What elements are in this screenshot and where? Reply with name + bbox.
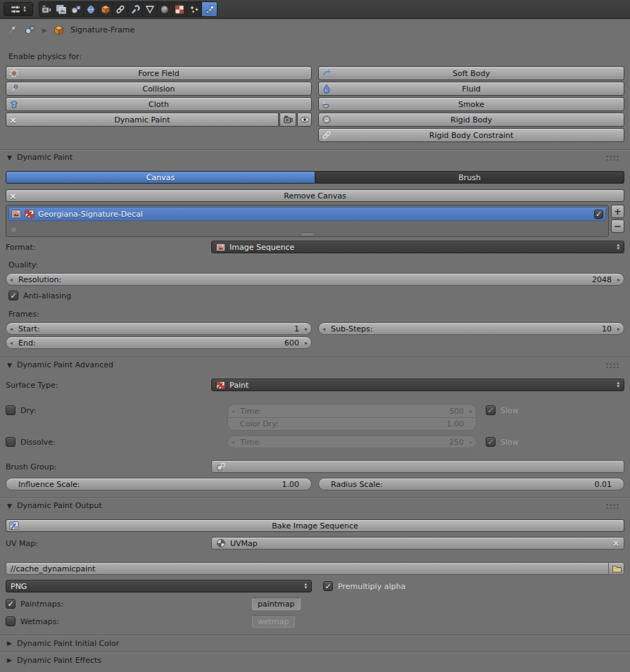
frame-start-slider[interactable]: ◂ Start: 1 ▸: [6, 322, 312, 335]
rigid-body-constraint-label: Rigid Body Constraint: [429, 131, 514, 140]
tab-render[interactable]: [39, 2, 54, 16]
decrement-arrow-icon[interactable]: ◂: [10, 340, 13, 346]
check-icon: ✓: [10, 292, 16, 300]
panel-grip-handle[interactable]: [605, 154, 619, 160]
render-camera-icon: [42, 5, 51, 14]
brush-group-label: Brush Group:: [6, 462, 211, 471]
brush-group-field[interactable]: [211, 460, 624, 473]
add-surface-button[interactable]: +: [611, 205, 624, 218]
eye-icon: [300, 115, 310, 124]
dry-checkbox[interactable]: [6, 405, 15, 415]
tab-constraints[interactable]: [113, 2, 128, 16]
anti-aliasing-checkbox[interactable]: ✓: [8, 291, 18, 300]
tab-texture[interactable]: [172, 2, 187, 16]
frames-label: Frames:: [8, 310, 39, 319]
dissolve-checkbox[interactable]: [6, 437, 15, 447]
premultiply-alpha-checkbox[interactable]: ✓: [323, 581, 333, 591]
fluid-label: Fluid: [462, 84, 480, 94]
properties-tab-strip: [39, 1, 218, 17]
increment-arrow-icon[interactable]: ▸: [305, 340, 308, 346]
tab-render-layers[interactable]: [54, 2, 69, 16]
canvas-surface-list[interactable]: Georgiana-Signature-Decal ✓ ⊕: [6, 205, 609, 237]
collision-icon: [9, 84, 19, 94]
frame-end-slider[interactable]: ◂ End: 600 ▸: [6, 336, 312, 349]
file-format-dropdown[interactable]: PNG ▴▾: [6, 580, 312, 592]
tab-material[interactable]: [158, 2, 172, 16]
collision-button[interactable]: Collision: [6, 82, 312, 96]
bake-image-sequence-button[interactable]: Bake Image Sequence: [6, 519, 624, 532]
dynamic-paint-button[interactable]: × Dynamic Paint: [6, 113, 279, 127]
cache-path-value: //cache_dynamicpaint: [11, 564, 96, 573]
editor-type-selector[interactable]: ▴▾: [4, 2, 33, 16]
dynamic-paint-viewport-toggle[interactable]: [297, 113, 312, 127]
cloth-button[interactable]: Cloth: [6, 97, 312, 111]
increment-arrow-icon[interactable]: ▸: [617, 277, 620, 283]
physics-icon: [205, 5, 215, 14]
tab-world[interactable]: [84, 2, 99, 16]
cache-path-field[interactable]: //cache_dynamicpaint: [6, 562, 624, 575]
clear-uv-map-icon[interactable]: ×: [612, 539, 619, 547]
panel-grip-handle[interactable]: [605, 502, 619, 509]
sub-steps-slider[interactable]: ◂ Sub-Steps: 10 ▸: [318, 322, 624, 335]
panel-header-dynamic-paint-advanced[interactable]: ▼ Dynamic Paint Advanced: [0, 357, 630, 372]
quality-label: Quality:: [8, 260, 38, 270]
image-icon: [11, 209, 21, 219]
panel-header-initial-color[interactable]: ▶ Dynamic Paint Initial Color: [0, 635, 630, 651]
file-browse-button[interactable]: [608, 563, 622, 574]
panel-title: Dynamic Paint Initial Color: [17, 639, 119, 648]
camera-icon: [284, 115, 293, 124]
panel-title: Dynamic Paint Advanced: [17, 360, 113, 369]
world-icon: [86, 5, 96, 14]
panel-header-dynamic-paint-output[interactable]: ▼ Dynamic Paint Output: [0, 497, 630, 513]
dynamic-paint-label: Dynamic Paint: [114, 115, 170, 125]
collision-label: Collision: [142, 84, 175, 94]
smoke-button[interactable]: Smoke: [318, 97, 624, 111]
increment-arrow-icon[interactable]: ▸: [305, 326, 308, 332]
surface-enable-checkbox[interactable]: ✓: [594, 210, 603, 219]
paintmaps-checkbox[interactable]: ✓: [6, 599, 15, 609]
panel-grip-handle[interactable]: [605, 362, 619, 368]
canvas-option[interactable]: Canvas: [6, 171, 315, 184]
rigid-body-button[interactable]: Rigid Body: [318, 113, 624, 127]
soft-body-button[interactable]: Soft Body: [318, 66, 624, 80]
remove-surface-button[interactable]: −: [611, 220, 624, 233]
format-dropdown[interactable]: Image Sequence ▴▾: [211, 241, 624, 253]
decrement-arrow-icon[interactable]: ◂: [10, 277, 13, 283]
uv-map-value: UVMap: [230, 539, 258, 548]
tab-particles[interactable]: [187, 2, 202, 16]
list-resize-grip[interactable]: [302, 232, 313, 235]
decrement-arrow-icon[interactable]: ◂: [10, 326, 13, 332]
active-object-name[interactable]: Signature-Frame: [70, 25, 134, 34]
increment-arrow-icon[interactable]: ▸: [617, 326, 620, 332]
brush-option[interactable]: Brush: [315, 171, 624, 184]
fluid-button[interactable]: Fluid: [318, 82, 624, 96]
tab-scene[interactable]: [69, 2, 84, 16]
uv-map-field[interactable]: UVMap ×: [211, 537, 624, 550]
panel-expand-icon: ▼: [7, 362, 12, 369]
resolution-slider[interactable]: ◂ Resolution: 2048 ▸: [6, 273, 624, 286]
check-icon: ✓: [487, 407, 493, 414]
format-label: Format:: [6, 243, 211, 252]
panel-header-dynamic-paint[interactable]: ▼ Dynamic Paint: [0, 149, 630, 165]
decrement-arrow-icon[interactable]: ◂: [322, 326, 325, 332]
wetmaps-checkbox[interactable]: [6, 616, 15, 626]
remove-canvas-button[interactable]: × Remove Canvas: [6, 189, 624, 202]
uv-map-label: UV Map:: [6, 539, 211, 548]
paintmap-name-input[interactable]: paintmap: [252, 597, 301, 610]
surface-list-item[interactable]: Georgiana-Signature-Decal ✓: [8, 207, 606, 221]
check-icon: ✓: [325, 583, 331, 590]
pin-icon[interactable]: [8, 25, 18, 35]
radius-scale-slider[interactable]: Radius Scale: 0.01: [318, 478, 624, 490]
tab-object-data[interactable]: [143, 2, 158, 16]
surface-type-dropdown[interactable]: Paint ▴▾: [211, 379, 624, 391]
panel-header-effects[interactable]: ▶ Dynamic Paint Effects: [0, 652, 630, 668]
tab-physics[interactable]: [202, 2, 217, 16]
rigid-body-constraint-button[interactable]: Rigid Body Constraint: [318, 128, 624, 142]
dynamic-paint-render-toggle[interactable]: [279, 113, 296, 127]
tab-object[interactable]: [99, 2, 113, 16]
force-field-button[interactable]: Force Field: [6, 66, 312, 80]
influence-scale-slider[interactable]: Influence Scale: 1.00: [6, 478, 312, 490]
browse-id-icon[interactable]: [25, 25, 36, 35]
properties-editor-header: ▴▾: [0, 0, 630, 19]
tab-modifiers[interactable]: [128, 2, 143, 16]
